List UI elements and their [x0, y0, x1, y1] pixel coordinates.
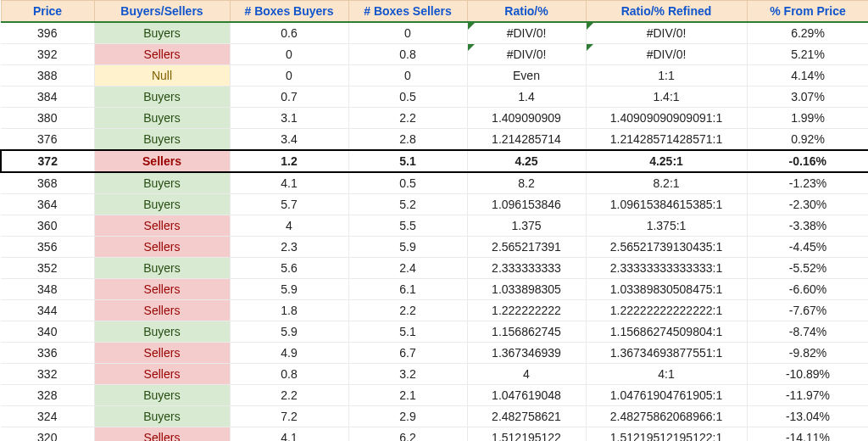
- cell-ratio-refined[interactable]: 2.48275862068966:1: [586, 406, 747, 427]
- cell-boxes-sellers[interactable]: 2.2: [348, 300, 467, 321]
- cell-pct-from-price[interactable]: -7.67%: [747, 300, 868, 321]
- cell-ratio-refined[interactable]: #DIV/0!: [586, 44, 747, 65]
- table-row[interactable]: 384Buyers0.70.51.41.4:13.07%: [1, 87, 868, 108]
- cell-bs[interactable]: Sellers: [94, 427, 230, 442]
- cell-ratio[interactable]: 1.367346939: [467, 343, 586, 364]
- cell-ratio[interactable]: 1.222222222: [467, 300, 586, 321]
- cell-pct-from-price[interactable]: -13.04%: [747, 406, 868, 427]
- table-row[interactable]: 352Buyers5.62.42.3333333332.333333333333…: [1, 258, 868, 279]
- cell-bs[interactable]: Sellers: [94, 364, 230, 385]
- col-ratio-refined[interactable]: Ratio/% Refined: [586, 1, 747, 23]
- cell-ratio-refined[interactable]: 1.22222222222222:1: [586, 300, 747, 321]
- cell-boxes-buyers[interactable]: 7.2: [230, 406, 348, 427]
- cell-ratio-refined[interactable]: 1.04761904761905:1: [586, 385, 747, 406]
- cell-boxes-buyers[interactable]: 2.2: [230, 385, 348, 406]
- cell-bs[interactable]: Buyers: [94, 258, 230, 279]
- cell-ratio[interactable]: 1.4: [467, 87, 586, 108]
- cell-pct-from-price[interactable]: 1.99%: [747, 108, 868, 129]
- table-row[interactable]: 372Sellers1.25.14.254.25:1-0.16%: [1, 150, 868, 172]
- cell-price[interactable]: 364: [1, 194, 94, 215]
- cell-bs[interactable]: Buyers: [94, 87, 230, 108]
- col-ratio[interactable]: Ratio/%: [467, 1, 586, 23]
- cell-ratio[interactable]: 2.482758621: [467, 406, 586, 427]
- cell-pct-from-price[interactable]: -14.11%: [747, 427, 868, 442]
- cell-pct-from-price[interactable]: 0.92%: [747, 129, 868, 151]
- cell-bs[interactable]: Buyers: [94, 406, 230, 427]
- cell-boxes-buyers[interactable]: 5.9: [230, 279, 348, 300]
- cell-price[interactable]: 320: [1, 427, 94, 442]
- cell-bs[interactable]: Buyers: [94, 194, 230, 215]
- cell-ratio-refined[interactable]: 1.15686274509804:1: [586, 321, 747, 343]
- cell-ratio[interactable]: 2.333333333: [467, 258, 586, 279]
- cell-pct-from-price[interactable]: -0.16%: [747, 150, 868, 172]
- cell-price[interactable]: 392: [1, 44, 94, 65]
- table-row[interactable]: 380Buyers3.12.21.4090909091.409090909090…: [1, 108, 868, 129]
- cell-boxes-sellers[interactable]: 2.1: [348, 385, 467, 406]
- cell-boxes-sellers[interactable]: 0: [348, 65, 467, 87]
- table-row[interactable]: 328Buyers2.22.11.0476190481.047619047619…: [1, 385, 868, 406]
- price-levels-table[interactable]: Price Buyers/Sellers # Boxes Buyers # Bo…: [0, 0, 868, 441]
- cell-pct-from-price[interactable]: -3.38%: [747, 215, 868, 237]
- table-row[interactable]: 320Sellers4.16.21.5121951221.51219512195…: [1, 427, 868, 442]
- col-boxes-buyers[interactable]: # Boxes Buyers: [230, 1, 348, 23]
- col-boxes-sellers[interactable]: # Boxes Sellers: [348, 1, 467, 23]
- cell-bs[interactable]: Sellers: [94, 300, 230, 321]
- cell-pct-from-price[interactable]: -10.89%: [747, 364, 868, 385]
- cell-ratio-refined[interactable]: 1:1: [586, 65, 747, 87]
- cell-boxes-sellers[interactable]: 6.2: [348, 427, 467, 442]
- cell-ratio-refined[interactable]: 1.21428571428571:1: [586, 129, 747, 151]
- cell-bs[interactable]: Buyers: [94, 172, 230, 194]
- cell-boxes-sellers[interactable]: 5.5: [348, 215, 467, 237]
- table-row[interactable]: 376Buyers3.42.81.2142857141.214285714285…: [1, 129, 868, 151]
- cell-boxes-sellers[interactable]: 6.7: [348, 343, 467, 364]
- cell-boxes-sellers[interactable]: 0.8: [348, 44, 467, 65]
- cell-ratio-refined[interactable]: 2.56521739130435:1: [586, 237, 747, 258]
- cell-boxes-sellers[interactable]: 5.1: [348, 150, 467, 172]
- cell-boxes-sellers[interactable]: 5.9: [348, 237, 467, 258]
- cell-boxes-buyers[interactable]: 2.3: [230, 237, 348, 258]
- cell-price[interactable]: 344: [1, 300, 94, 321]
- cell-boxes-buyers[interactable]: 5.9: [230, 321, 348, 343]
- cell-ratio[interactable]: #DIV/0!: [467, 22, 586, 44]
- cell-pct-from-price[interactable]: 4.14%: [747, 65, 868, 87]
- cell-boxes-buyers[interactable]: 4.1: [230, 427, 348, 442]
- cell-bs[interactable]: Sellers: [94, 150, 230, 172]
- cell-boxes-buyers[interactable]: 1.8: [230, 300, 348, 321]
- cell-price[interactable]: 360: [1, 215, 94, 237]
- cell-boxes-buyers[interactable]: 0.7: [230, 87, 348, 108]
- cell-bs[interactable]: Sellers: [94, 215, 230, 237]
- cell-ratio[interactable]: 1.512195122: [467, 427, 586, 442]
- cell-bs[interactable]: Buyers: [94, 385, 230, 406]
- cell-boxes-sellers[interactable]: 5.2: [348, 194, 467, 215]
- cell-price[interactable]: 384: [1, 87, 94, 108]
- cell-boxes-sellers[interactable]: 0: [348, 22, 467, 44]
- cell-boxes-buyers[interactable]: 0.6: [230, 22, 348, 44]
- cell-boxes-buyers[interactable]: 1.2: [230, 150, 348, 172]
- table-row[interactable]: 344Sellers1.82.21.2222222221.22222222222…: [1, 300, 868, 321]
- cell-pct-from-price[interactable]: -6.60%: [747, 279, 868, 300]
- cell-price[interactable]: 396: [1, 22, 94, 44]
- cell-price[interactable]: 328: [1, 385, 94, 406]
- cell-pct-from-price[interactable]: 3.07%: [747, 87, 868, 108]
- cell-bs[interactable]: Sellers: [94, 343, 230, 364]
- cell-boxes-sellers[interactable]: 2.4: [348, 258, 467, 279]
- cell-ratio-refined[interactable]: 2.33333333333333:1: [586, 258, 747, 279]
- col-buyers-sellers[interactable]: Buyers/Sellers: [94, 1, 230, 23]
- cell-price[interactable]: 388: [1, 65, 94, 87]
- cell-pct-from-price[interactable]: -2.30%: [747, 194, 868, 215]
- cell-ratio[interactable]: 1.409090909: [467, 108, 586, 129]
- cell-boxes-sellers[interactable]: 2.2: [348, 108, 467, 129]
- table-row[interactable]: 364Buyers5.75.21.0961538461.096153846153…: [1, 194, 868, 215]
- cell-price[interactable]: 324: [1, 406, 94, 427]
- cell-ratio-refined[interactable]: 1.4:1: [586, 87, 747, 108]
- cell-ratio[interactable]: 1.214285714: [467, 129, 586, 151]
- cell-ratio[interactable]: 4: [467, 364, 586, 385]
- table-row[interactable]: 340Buyers5.95.11.1568627451.156862745098…: [1, 321, 868, 343]
- cell-price[interactable]: 372: [1, 150, 94, 172]
- table-row[interactable]: 388Null00Even1:14.14%: [1, 65, 868, 87]
- table-row[interactable]: 396Buyers0.60#DIV/0!#DIV/0!6.29%: [1, 22, 868, 44]
- cell-price[interactable]: 376: [1, 129, 94, 151]
- cell-boxes-sellers[interactable]: 2.9: [348, 406, 467, 427]
- cell-pct-from-price[interactable]: -1.23%: [747, 172, 868, 194]
- cell-boxes-buyers[interactable]: 4.9: [230, 343, 348, 364]
